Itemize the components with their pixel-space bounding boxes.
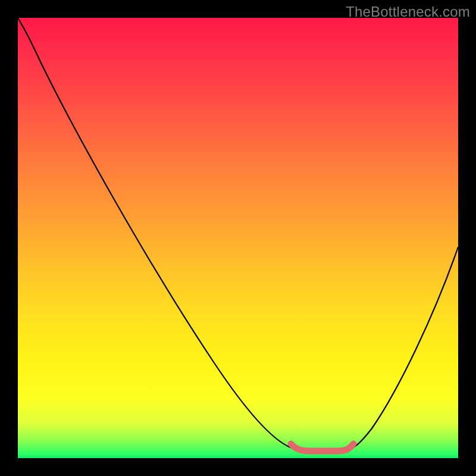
chart-frame: TheBottleneck.com <box>0 0 476 476</box>
bottleneck-curve <box>18 18 458 452</box>
gradient-plot-area <box>18 18 458 458</box>
highlight-min-icon <box>291 444 353 451</box>
curve-svg <box>18 18 458 458</box>
